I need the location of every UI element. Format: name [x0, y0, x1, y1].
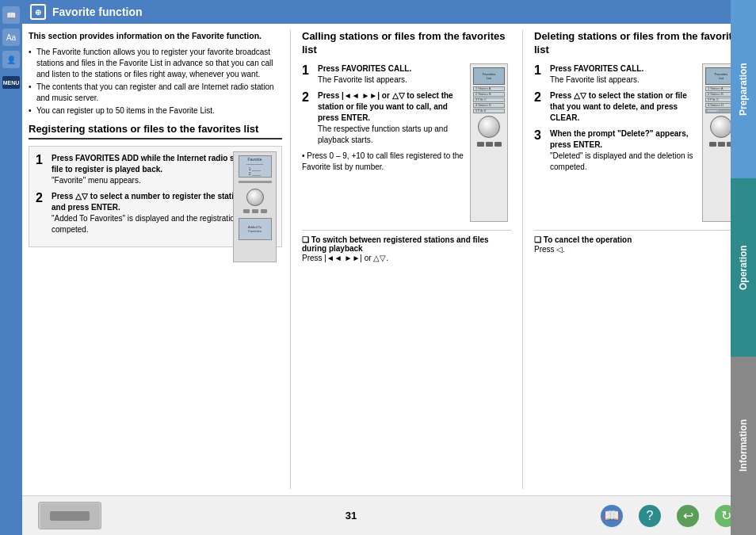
delete-step-num-2: 2 [534, 90, 545, 105]
right-column: Deleting stations or files from the favo… [531, 30, 746, 489]
deleting-steps-area: 1 Press FAVORITES CALL. The Favorite lis… [534, 63, 743, 222]
calling-buttons [477, 142, 502, 147]
intro-bold: This section provides information on the… [29, 31, 262, 40]
call-step-2: 2 Press |◄◄ ►►| or △▽ to select the stat… [302, 90, 464, 146]
header-bar: ⊕ Favorite function [22, 0, 753, 24]
delete-step-3: 3 When the prompt "Delete?" appears, pre… [534, 128, 696, 173]
bullet-item-1: The Favorite function allows you to regi… [29, 47, 282, 80]
bottom-bar: 31 📖 ? ↩ ↻ [22, 495, 753, 535]
sidebar-tab-information[interactable]: Information [731, 357, 756, 535]
back-bottom-icon[interactable]: ↩ [677, 505, 699, 527]
calling-device-area: FavoritesList 1 Station A 2 Station B 3 … [470, 63, 511, 222]
favorite-icon: ⊕ [30, 4, 46, 20]
device-knob-left [246, 189, 264, 206]
registering-steps-box: Favorite──────1 ____2 ____ Added ToFavor… [29, 146, 282, 247]
sidebar-tab-operation[interactable]: Operation [731, 178, 756, 357]
col-divider-2 [522, 30, 523, 489]
step-num-1: 1 [36, 153, 47, 167]
step-num-2: 2 [36, 191, 47, 205]
calling-knob [478, 116, 500, 138]
registering-title: Registering stations or files to the fav… [29, 123, 282, 139]
help-bottom-icon[interactable]: ? [639, 505, 661, 527]
device-screen-bottom: Added ToFavorites [239, 218, 272, 240]
left-icon-bar: 📖 Aa 👤 MENU [0, 0, 22, 535]
cancel-note-text: Press ◁. [534, 244, 743, 255]
delete-step-2: 2 Press △▽ to select the station or file… [534, 90, 696, 124]
delete-step-text-3: When the prompt "Delete?" appears, press… [550, 128, 696, 173]
col-divider-1 [290, 30, 291, 489]
device-thumbnail [38, 502, 101, 529]
deleting-title: Deleting stations or files from the favo… [534, 30, 743, 57]
delete-step-text-1: Press FAVORITES CALL. The Favorite list … [550, 63, 643, 86]
switch-note: ❑ To switch between registered stations … [302, 230, 511, 264]
call-note: • Press 0 – 9, +10 to call files registe… [302, 151, 464, 173]
calling-device-image: FavoritesList 1 Station A 2 Station B 3 … [470, 63, 508, 222]
deleting-buttons [709, 142, 734, 147]
bottom-icons: 📖 ? ↩ ↻ [601, 505, 737, 527]
right-sidebar: Preparation Operation Information [731, 0, 756, 535]
calling-title: Calling stations or files from the favor… [302, 30, 511, 57]
call-step-1: 1 Press FAVORITES CALL. The Favorite lis… [302, 63, 464, 86]
cancel-note: ❑ To cancel the operation Press ◁. [534, 230, 743, 255]
deleting-knob [710, 116, 732, 138]
delete-step-num-3: 3 [534, 128, 545, 143]
device-buttons [243, 209, 267, 213]
delete-step-text-2: Press △▽ to select the station or file t… [550, 90, 696, 124]
menu-button[interactable]: MENU [2, 76, 20, 89]
intro-text: This section provides information on the… [29, 30, 282, 42]
bullet-item-3: You can register up to 50 items in the F… [29, 105, 282, 117]
left-column: This section provides information on the… [29, 30, 282, 489]
switch-note-title: ❑ To switch between registered stations … [302, 235, 511, 253]
sidebar-tab-preparation[interactable]: Preparation [731, 0, 756, 178]
calling-screen-top: FavoritesList [473, 67, 505, 85]
delete-step-num-1: 1 [534, 63, 545, 78]
call-step-text-1: Press FAVORITES CALL. The Favorite list … [318, 63, 411, 86]
calling-list-rows: 1 Station A 2 Station B 3 File C 4 Stati… [473, 86, 505, 114]
bullet-item-2: The contents that you can register and c… [29, 82, 282, 104]
delete-step-1: 1 Press FAVORITES CALL. The Favorite lis… [534, 63, 696, 86]
switch-note-text: Press |◄◄ ►►| or △▽. [302, 253, 511, 264]
device-image-left: Favorite──────1 ____2 ____ Added ToFavor… [233, 151, 277, 262]
device-screen-top: Favorite──────1 ____2 ____ [239, 155, 272, 178]
call-step-num-2: 2 [302, 90, 313, 105]
book-icon[interactable]: 📖 [2, 6, 20, 24]
content-area: This section provides information on the… [22, 24, 753, 495]
font-icon[interactable]: Aa [2, 29, 20, 46]
deleting-steps-list: 1 Press FAVORITES CALL. The Favorite lis… [534, 63, 696, 222]
middle-column: Calling stations or files from the favor… [299, 30, 514, 489]
cancel-note-title: ❑ To cancel the operation [534, 235, 743, 244]
calling-steps-area: 1 Press FAVORITES CALL. The Favorite lis… [302, 63, 511, 222]
person-icon[interactable]: 👤 [2, 51, 20, 68]
book-bottom-icon[interactable]: 📖 [601, 505, 623, 527]
page-title: Favorite function [52, 6, 143, 18]
page-number: 31 [346, 510, 357, 522]
calling-steps-list: 1 Press FAVORITES CALL. The Favorite lis… [302, 63, 464, 222]
call-step-text-2: Press |◄◄ ►►| or △▽ to select the statio… [318, 90, 464, 146]
bullet-list: The Favorite function allows you to regi… [29, 47, 282, 117]
call-step-num-1: 1 [302, 63, 313, 78]
main-content: ⊕ Favorite function This section provide… [22, 0, 753, 535]
